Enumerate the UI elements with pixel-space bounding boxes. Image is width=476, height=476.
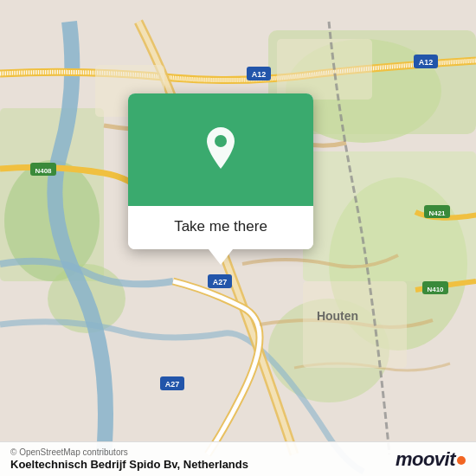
place-name: Koeltechnisch Bedrijf Spido Bv, Netherla…: [10, 458, 248, 471]
svg-text:A12: A12: [419, 58, 434, 67]
popup-card: Take me there: [128, 93, 313, 249]
popup-green-area: [128, 93, 313, 206]
svg-rect-25: [303, 281, 407, 368]
svg-text:N408: N408: [35, 167, 52, 175]
moovit-logo: moovit: [396, 448, 466, 471]
map-container: A12 A12 A27 A27 N408 N421 N410: [0, 0, 476, 476]
take-me-there-button[interactable]: Take me there: [142, 218, 299, 235]
svg-text:N421: N421: [428, 209, 446, 217]
svg-point-27: [215, 135, 227, 147]
popup-arrow: [209, 249, 233, 265]
svg-rect-24: [277, 39, 372, 100]
svg-text:N410: N410: [427, 286, 444, 293]
svg-text:Houten: Houten: [317, 309, 358, 323]
osm-attribution: © OpenStreetMap contributors: [10, 447, 248, 457]
map-pin-icon: [202, 125, 240, 174]
svg-text:A12: A12: [252, 70, 267, 79]
moovit-dot-icon: [457, 456, 466, 465]
footer-left: © OpenStreetMap contributors Koeltechnis…: [10, 447, 248, 471]
popup-button-area: Take me there: [128, 206, 313, 249]
svg-text:A27: A27: [165, 380, 180, 389]
svg-text:A27: A27: [213, 278, 228, 286]
moovit-text: moovit: [396, 448, 466, 471]
footer: © OpenStreetMap contributors Koeltechnis…: [0, 441, 476, 476]
